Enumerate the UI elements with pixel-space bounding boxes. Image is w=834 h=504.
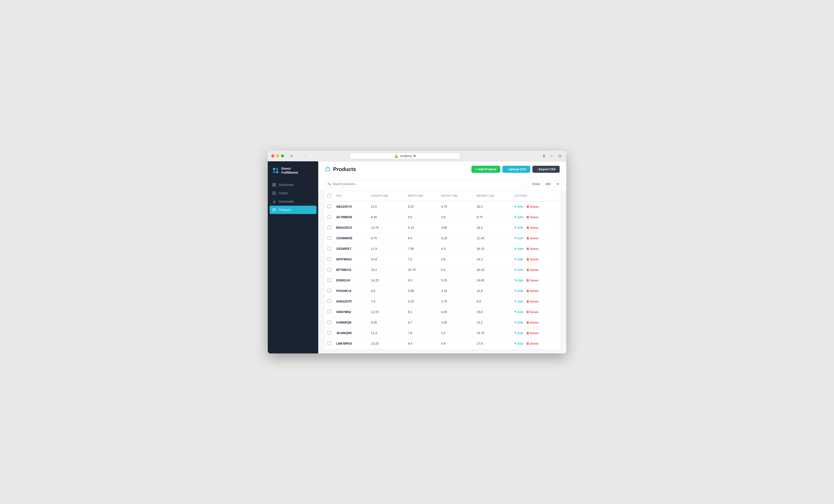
row-checkbox[interactable] bbox=[327, 278, 331, 282]
row-checkbox[interactable] bbox=[327, 310, 331, 313]
row-sku: LM678PO3 bbox=[334, 338, 368, 349]
edit-icon: ✎ bbox=[514, 300, 517, 303]
delete-button[interactable]: 🗑 Delete bbox=[526, 226, 539, 229]
new-tab-button[interactable]: + bbox=[549, 153, 555, 159]
row-length: 12.15 bbox=[368, 307, 405, 317]
edit-button[interactable]: ✎ Edit bbox=[514, 258, 523, 261]
delete-button[interactable]: 🗑 Delete bbox=[526, 310, 539, 314]
row-checkbox[interactable] bbox=[327, 226, 331, 229]
brand-icon bbox=[272, 167, 279, 174]
search-input[interactable] bbox=[325, 180, 528, 188]
delete-button[interactable]: 🗑 Delete bbox=[526, 237, 539, 240]
rows-select[interactable]: 10 25 50 100 200 bbox=[543, 181, 559, 187]
trash-icon: 🗑 bbox=[526, 321, 529, 324]
edit-button[interactable]: ✎ Edit bbox=[514, 279, 523, 282]
forward-button[interactable]: › bbox=[303, 153, 309, 158]
sidebar: Direct Fulfillment Dashboard Orde bbox=[268, 161, 318, 353]
sidebar-item-products[interactable]: Products bbox=[269, 206, 316, 214]
edit-icon: ✎ bbox=[514, 310, 517, 314]
row-checkbox[interactable] bbox=[327, 268, 331, 271]
tabs-button[interactable]: ⊡ bbox=[556, 153, 563, 159]
toolbar: 🔍 Rows: 10 25 50 100 200 bbox=[318, 177, 566, 191]
row-height: 4.75 bbox=[439, 201, 474, 212]
sidebar-item-downloads[interactable]: Downloads bbox=[268, 197, 318, 206]
row-width: 5.85 bbox=[405, 286, 439, 296]
row-checkbox[interactable] bbox=[327, 331, 331, 334]
delete-button[interactable]: 🗑 Delete bbox=[526, 216, 539, 219]
edit-button[interactable]: ✎ Edit bbox=[514, 237, 523, 240]
row-checkbox[interactable] bbox=[327, 300, 331, 303]
delete-button[interactable]: 🗑 Delete bbox=[526, 205, 539, 208]
row-height: 4.85 bbox=[439, 222, 474, 233]
edit-button[interactable]: ✎ Edit bbox=[514, 226, 523, 229]
edit-button[interactable]: ✎ Edit bbox=[514, 216, 523, 219]
row-checkbox-cell bbox=[325, 307, 334, 317]
row-checkbox[interactable] bbox=[327, 204, 331, 208]
edit-icon: ✎ bbox=[514, 205, 517, 208]
edit-button[interactable]: ✎ Edit bbox=[514, 289, 523, 292]
edit-button[interactable]: ✎ Edit bbox=[514, 342, 523, 345]
row-width: 5.25 bbox=[405, 296, 439, 307]
edit-button[interactable]: ✎ Edit bbox=[514, 331, 523, 335]
row-height: 4.3 bbox=[439, 243, 474, 254]
edit-icon: ✎ bbox=[514, 268, 517, 271]
row-checkbox[interactable] bbox=[327, 236, 331, 240]
row-checkbox[interactable] bbox=[327, 215, 331, 219]
row-weight: 14.3 bbox=[474, 254, 512, 264]
back-button[interactable]: ‹ bbox=[295, 153, 302, 158]
edit-label: Edit bbox=[518, 300, 523, 303]
sidebar-item-dashboard[interactable]: Dashboard bbox=[268, 181, 318, 189]
main-content: Products + Add Product ↑ Upload CSV ↓ Ex… bbox=[318, 161, 566, 353]
delete-button[interactable]: 🗑 Delete bbox=[526, 331, 539, 335]
trash-icon: 🗑 bbox=[526, 279, 529, 282]
upload-csv-button[interactable]: ↑ Upload CSV bbox=[502, 166, 530, 173]
row-height: 2.75 bbox=[439, 296, 474, 307]
edit-label: Edit bbox=[518, 331, 523, 335]
row-sku: DF678HG1 bbox=[334, 254, 368, 264]
delete-button[interactable]: 🗑 Delete bbox=[526, 321, 539, 324]
edit-icon: ✎ bbox=[514, 216, 517, 219]
minimize-button[interactable] bbox=[276, 154, 279, 157]
reload-icon[interactable]: ↻ bbox=[413, 154, 416, 158]
row-checkbox[interactable] bbox=[327, 342, 331, 345]
titlebar: ⊞ ‹ › 🔒 localhost ↻ ⬆ + ⊡ bbox=[268, 151, 566, 161]
delete-button[interactable]: 🗑 Delete bbox=[526, 342, 539, 345]
edit-button[interactable]: ✎ Edit bbox=[514, 205, 523, 208]
row-checkbox[interactable] bbox=[327, 247, 331, 250]
row-width: 6.7 bbox=[405, 317, 439, 328]
maximize-button[interactable] bbox=[281, 154, 284, 157]
sidebar-item-orders[interactable]: Orders bbox=[268, 189, 318, 197]
delete-button[interactable]: 🗑 Delete bbox=[526, 279, 539, 282]
delete-button[interactable]: 🗑 Delete bbox=[526, 289, 539, 292]
delete-button[interactable]: 🗑 Delete bbox=[526, 268, 539, 271]
close-button[interactable] bbox=[271, 154, 275, 157]
add-product-button[interactable]: + Add Product bbox=[471, 166, 500, 173]
select-all-checkbox[interactable] bbox=[327, 194, 331, 197]
address-bar[interactable]: 🔒 localhost ↻ bbox=[350, 153, 460, 159]
row-checkbox-cell bbox=[325, 201, 334, 212]
edit-button[interactable]: ✎ Edit bbox=[514, 268, 523, 271]
brand-name: Direct Fulfillment bbox=[281, 167, 298, 175]
trash-icon: 🗑 bbox=[526, 342, 529, 345]
export-csv-button[interactable]: ↓ Export CSV bbox=[532, 166, 559, 173]
delete-button[interactable]: 🗑 Delete bbox=[526, 300, 539, 303]
edit-button[interactable]: ✎ Edit bbox=[514, 247, 523, 250]
row-checkbox[interactable] bbox=[327, 321, 331, 324]
row-weight: 15.6 bbox=[474, 307, 512, 317]
edit-button[interactable]: ✎ Edit bbox=[514, 310, 523, 314]
sidebar-toggle-button[interactable]: ⊞ bbox=[288, 153, 294, 158]
nav-controls: ⊞ ‹ › bbox=[288, 153, 309, 158]
row-checkbox-cell bbox=[325, 286, 334, 296]
edit-button[interactable]: ✎ Edit bbox=[514, 321, 523, 324]
row-checkbox[interactable] bbox=[327, 289, 331, 292]
delete-button[interactable]: 🗑 Delete bbox=[526, 247, 539, 250]
row-checkbox[interactable] bbox=[327, 257, 331, 261]
share-button[interactable]: ⬆ bbox=[541, 153, 547, 159]
delete-button[interactable]: 🗑 Delete bbox=[526, 258, 539, 261]
grid-icon bbox=[272, 183, 276, 187]
row-checkbox-cell bbox=[325, 338, 334, 349]
row-length: 15.2 bbox=[368, 264, 405, 275]
svg-rect-2 bbox=[273, 171, 275, 173]
row-width: 9.4 bbox=[405, 338, 439, 349]
edit-button[interactable]: ✎ Edit bbox=[514, 300, 523, 303]
